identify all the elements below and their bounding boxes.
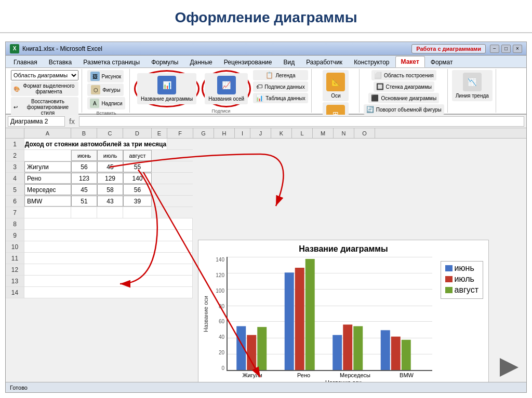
cell-b4[interactable]: 123 <box>71 173 97 184</box>
tab-glavnaya[interactable]: Главная <box>8 56 43 67</box>
svg-rect-8 <box>353 326 363 370</box>
stenka-icon: 🔲 <box>376 83 384 90</box>
povorot-btn[interactable]: 🔄 Поворот объемной фигуры <box>364 104 444 115</box>
col-header-B: B <box>71 128 97 138</box>
table-row: 4 Рено 123 129 140 <box>6 173 193 184</box>
figury-btn[interactable]: ⬡ Фигуры <box>87 84 124 96</box>
tab-recenz[interactable]: Рецензирование <box>218 56 278 67</box>
col-header-M: M <box>313 128 334 138</box>
table-row: 9 <box>6 230 193 241</box>
svg-rect-1 <box>247 335 256 370</box>
cell-a4[interactable]: Рено <box>24 173 71 184</box>
row-num-1: 1 <box>6 139 24 149</box>
row-num-5: 5 <box>6 184 24 195</box>
cell-d3[interactable]: 55 <box>123 161 152 172</box>
formula-input[interactable] <box>79 116 524 127</box>
cell-b6[interactable]: 51 <box>71 196 97 207</box>
nav-arrow-icon[interactable] <box>500 358 518 377</box>
col-header-L: L <box>292 128 313 138</box>
area-select[interactable]: Область диаграммы <box>11 70 78 80</box>
tab-maket[interactable]: Макет <box>395 56 425 67</box>
stenka-btn[interactable]: 🔲 Стенка диаграммы <box>374 81 434 92</box>
tab-razrab[interactable]: Разработчик <box>300 56 348 67</box>
row-num-4: 4 <box>6 173 24 184</box>
svg-rect-2 <box>257 327 267 370</box>
osi-btn[interactable]: 📐 Оси <box>323 70 349 101</box>
cell-a6[interactable]: BMW <box>24 196 71 207</box>
col-header-G: G <box>193 128 214 138</box>
cell-c5[interactable]: 58 <box>97 184 123 195</box>
tab-razmetka[interactable]: Разметка страницы <box>77 56 145 67</box>
svg-rect-3 <box>285 272 294 370</box>
page-title: Оформление диаграммы <box>175 9 357 25</box>
tab-vstavka[interactable]: Вставка <box>43 56 78 67</box>
column-headers: A B C D E F G H I J K L M N O <box>6 128 526 139</box>
oblast-postr-btn[interactable]: ⬜ Область построения <box>371 70 436 80</box>
format-fragment-btn[interactable]: 🎨 Название диаграммы Формат выделенного … <box>11 81 78 96</box>
table-row: 11 <box>6 253 193 264</box>
col-header-F: F <box>167 128 193 138</box>
cell-a5[interactable]: Мерседес <box>24 184 71 195</box>
nazvanie-diagrammy-btn[interactable]: 📊 Название диаграммы <box>137 73 196 104</box>
minimize-button[interactable]: − <box>490 45 499 53</box>
cell-d4[interactable]: 140 <box>123 173 152 184</box>
tab-format[interactable]: Формат <box>425 56 459 67</box>
cell-c3[interactable]: 45 <box>97 161 123 172</box>
row-num-6: 6 <box>6 196 24 207</box>
table-row: 12 <box>6 264 193 276</box>
col-header-A: A <box>24 128 71 138</box>
ribbon-group-vstavit: 🖼 Рисунок ⬡ Фигуры A Надписи Вставить <box>83 69 130 113</box>
cell-c4[interactable]: 129 <box>97 173 123 184</box>
title-bar-left: X Книга1.xlsx - Microsoft Excel <box>10 44 102 53</box>
tab-vid[interactable]: Вид <box>277 56 300 67</box>
tab-formuly[interactable]: Формулы <box>145 56 184 67</box>
legenda-btn[interactable]: 📋 Легенда <box>253 70 308 80</box>
cell-c2[interactable]: июль <box>97 150 123 161</box>
cell-b3[interactable]: 56 <box>71 161 97 172</box>
legend-color-july <box>445 276 453 282</box>
nadpisi-btn[interactable]: A Надписи <box>87 97 125 109</box>
tab-dannye[interactable]: Данные <box>184 56 218 67</box>
title-bar-buttons[interactable]: − □ × <box>490 45 522 53</box>
col-header-I: I <box>235 128 250 138</box>
row-num-2: 2 <box>6 150 24 161</box>
podpisi-dannych-btn[interactable]: 🏷 Подписи данных <box>253 81 308 92</box>
chart-area[interactable]: Название диаграммы Название оси 140 120 … <box>198 240 489 382</box>
cell-d6[interactable]: 39 <box>123 196 152 207</box>
col-header-N: N <box>334 128 354 138</box>
cell-c6[interactable]: 43 <box>97 196 123 207</box>
restore-icon: ↩ <box>14 104 18 110</box>
row-num-3: 3 <box>6 161 24 172</box>
ribbon-group-fon: ⬜ Область построения 🔲 Стенка диаграммы … <box>361 69 448 113</box>
table-row: 7 <box>6 207 193 218</box>
status-bar: Готово <box>6 382 526 392</box>
tablica-dannych-btn[interactable]: 📊 Таблица данных <box>253 93 308 103</box>
ribbon-group-podpisi: 📊 Название диаграммы 📈 Названия осей 📋 Л… <box>131 69 312 113</box>
ribbon: Область диаграммы 🎨 Название диаграммы Ф… <box>6 68 526 115</box>
col-header-H: H <box>214 128 235 138</box>
cell-d5[interactable]: 56 <box>123 184 152 195</box>
spreadsheet: 1 Доход от стоянки автомобилей за три ме… <box>6 139 193 382</box>
nazvanie-diagrammy-icon: 📊 <box>157 76 176 94</box>
linia-trenda-btn[interactable]: 📉 Линия тренда <box>452 70 493 101</box>
cell-a2[interactable] <box>24 150 71 161</box>
cell-b5[interactable]: 45 <box>71 184 97 195</box>
svg-rect-5 <box>305 259 315 370</box>
cell-b2[interactable]: июнь <box>71 150 97 161</box>
name-box[interactable] <box>8 116 65 127</box>
chart-bars-svg <box>228 257 432 370</box>
cell-d2[interactable]: август <box>123 150 152 161</box>
nazvanie-osey-btn[interactable]: 📈 Названия осей <box>205 73 248 104</box>
ribbon-group-tekushiy: Область диаграммы 🎨 Название диаграммы Ф… <box>8 69 82 113</box>
title-cell[interactable]: Доход от стоянки автомобилей за три меся… <box>24 139 167 149</box>
cell-a3[interactable]: Жигули <box>24 161 71 172</box>
osnovanie-btn[interactable]: ⬛ Основание диаграммы <box>368 93 439 103</box>
ribbon-tabs: Главная Вставка Разметка страницы Формул… <box>6 56 526 68</box>
tab-konstruktor[interactable]: Конструктор <box>348 56 395 67</box>
svg-rect-9 <box>381 330 390 370</box>
osi-icon: 📐 <box>326 73 345 91</box>
risunok-btn[interactable]: 🖼 Рисунок <box>87 70 124 83</box>
osnovanie-icon: ⬛ <box>371 94 379 102</box>
close-button[interactable]: × <box>513 45 522 53</box>
maximize-button[interactable]: □ <box>501 45 511 53</box>
